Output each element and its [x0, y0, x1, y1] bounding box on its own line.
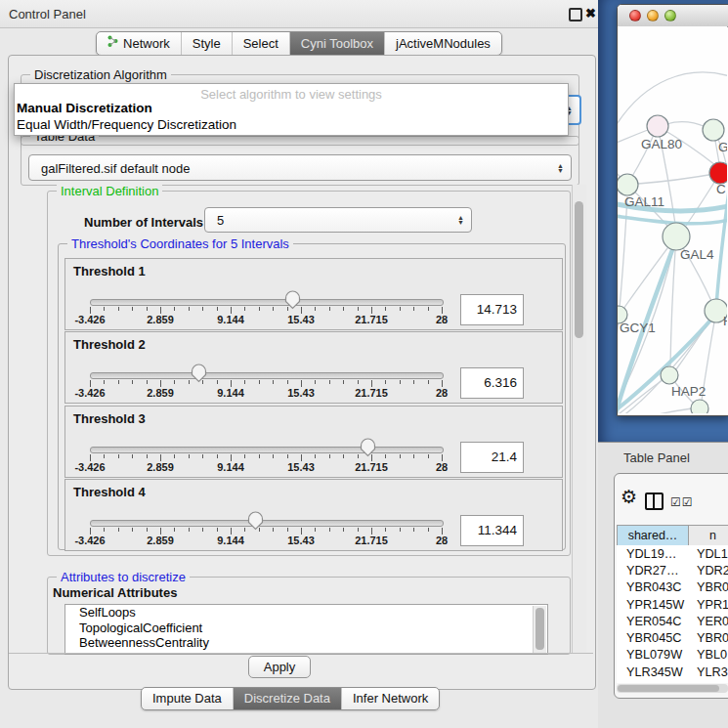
- scrollbar-thumb[interactable]: [575, 201, 583, 338]
- slider-track[interactable]: [90, 372, 444, 379]
- tab-infer-network[interactable]: Infer Network: [342, 688, 439, 709]
- tab-cyni-toolbox[interactable]: Cyni Toolbox: [290, 32, 385, 55]
- slider-track[interactable]: [90, 447, 444, 453]
- table-row[interactable]: YPR145WYPR1: [617, 596, 728, 613]
- column-header-name[interactable]: n: [689, 526, 728, 545]
- float-window-icon[interactable]: [569, 8, 582, 21]
- attribute-item-selfloops[interactable]: SelfLoops: [65, 605, 547, 621]
- slider-tick: [160, 380, 161, 387]
- slider-tick-label: 21.715: [355, 461, 388, 473]
- attribute-item-topologicalcoefficient[interactable]: TopologicalCoefficient: [65, 621, 547, 636]
- network-node-ga[interactable]: [703, 119, 724, 141]
- panel-title: Control Panel: [9, 7, 86, 21]
- network-node-gal11[interactable]: [618, 174, 638, 195]
- table-horizontal-scrollbar[interactable]: [617, 684, 728, 693]
- slider-tick: [90, 307, 91, 314]
- scrollbar-thumb[interactable]: [618, 685, 719, 692]
- tab-network[interactable]: Network: [97, 32, 182, 55]
- threshold-value-field[interactable]: 11.344: [460, 515, 524, 546]
- algorithm-option-manual-discretization[interactable]: Manual Discretization: [17, 101, 152, 115]
- slider-tick-label: 21.715: [355, 387, 388, 399]
- algorithm-option-equal-width-frequency-discretization[interactable]: Equal Width/Frequency Discretization: [17, 117, 236, 132]
- apply-button[interactable]: Apply: [248, 656, 311, 678]
- table-row[interactable]: YIL052CYIL0: [617, 680, 728, 683]
- threshold-value-field[interactable]: 6.316: [460, 367, 524, 399]
- column-header-shared-name[interactable]: shared…: [617, 526, 689, 545]
- cell-name: YER0: [689, 615, 728, 628]
- cell-shared-name: YBL079W: [617, 648, 689, 662]
- slider-tick: [259, 307, 260, 311]
- cell-name: YDL1: [689, 547, 728, 561]
- slider-track[interactable]: [90, 299, 444, 306]
- num-intervals-combobox[interactable]: 5 ▲▼: [204, 207, 472, 233]
- slider-tick: [273, 528, 274, 532]
- network-node-gal80[interactable]: [647, 115, 668, 137]
- table-row[interactable]: YBR043CYBR0: [617, 579, 728, 596]
- network-node[interactable]: [691, 400, 708, 413]
- slider-thumb[interactable]: [191, 364, 207, 383]
- network-node-gal4[interactable]: [663, 223, 690, 250]
- threshold-value-field[interactable]: 21.4: [460, 442, 524, 473]
- table-row[interactable]: YBR045CYBR0: [617, 629, 728, 646]
- slider-tick: [189, 528, 190, 532]
- slider-tick: [231, 380, 232, 387]
- content-vertical-scrollbar[interactable]: [572, 185, 586, 653]
- slider-tick: [315, 528, 316, 532]
- threshold-label: Threshold 2: [73, 337, 146, 352]
- table-row[interactable]: YDL19…YDL1: [617, 545, 728, 562]
- network-node-c[interactable]: [709, 162, 727, 184]
- table-header: shared… n: [617, 525, 728, 546]
- network-view-window: GAL80GACGAL11GAL4GCY1HHAP2: [617, 4, 728, 416]
- table-panel: ⚙ ☑☑ shared… n YDL19…YDL1YDR27…YDR2YBR04…: [614, 473, 728, 699]
- slider-track[interactable]: [90, 520, 444, 527]
- network-node-hap2[interactable]: [661, 366, 678, 384]
- slider-tick-label: 28: [436, 535, 448, 546]
- slider-thumb[interactable]: [247, 511, 264, 531]
- tab-discretize-data[interactable]: Discretize Data: [234, 688, 342, 709]
- table-row[interactable]: YBL079WYBL0: [617, 647, 728, 664]
- network-window-titlebar[interactable]: [618, 5, 728, 27]
- num-intervals-value: 5: [217, 213, 224, 228]
- table-data-value: galFiltered.sif default node: [41, 160, 190, 175]
- attribute-item-betweennesscentrality[interactable]: BetweennessCentrality: [65, 635, 547, 651]
- slider-tick-label: 15.43: [287, 535, 315, 546]
- cell-name: YBR0: [689, 631, 728, 645]
- cell-shared-name: YLR345W: [617, 665, 689, 679]
- network-node-label: GAL4: [680, 247, 714, 262]
- cell-name: YIL0: [689, 682, 722, 683]
- close-traffic-light[interactable]: [629, 10, 641, 21]
- network-canvas[interactable]: GAL80GACGAL11GAL4GCY1HHAP2: [618, 26, 727, 413]
- close-icon[interactable]: ✖: [585, 6, 596, 21]
- network-node-label: H: [723, 314, 727, 328]
- slider-thumb[interactable]: [360, 438, 376, 457]
- tab-impute-data[interactable]: Impute Data: [142, 688, 234, 709]
- slider-tick: [231, 454, 232, 461]
- slider-tick: [400, 307, 401, 311]
- zoom-traffic-light[interactable]: [664, 10, 676, 21]
- app-root: Control Panel ✖ NetworkStyleSelectCyni T…: [0, 0, 728, 728]
- table-row[interactable]: YDR27…YDR2: [617, 562, 728, 578]
- slider-tick: [413, 307, 414, 311]
- slider-tick-label: 15.43: [287, 461, 315, 473]
- scrollbar-thumb[interactable]: [535, 608, 544, 650]
- numerical-attributes-list[interactable]: SelfLoopsTopologicalCoefficientBetweenne…: [64, 604, 548, 655]
- table-row[interactable]: YLR345WYLR3: [617, 664, 728, 680]
- table-data-combobox[interactable]: galFiltered.sif default node ▲▼: [28, 154, 572, 181]
- minimize-traffic-light[interactable]: [647, 10, 659, 21]
- combo-spinner-icon: ▲▼: [457, 215, 464, 225]
- slider-tick: [315, 380, 316, 384]
- gear-icon[interactable]: ⚙: [621, 486, 637, 508]
- slider-tick-label: 9.144: [217, 461, 244, 473]
- attributes-list-scrollbar[interactable]: [533, 606, 546, 653]
- tab-select[interactable]: Select: [233, 32, 290, 55]
- cell-shared-name: YPR145W: [617, 598, 689, 612]
- tab-jactivemnodules[interactable]: jActiveMNodules: [385, 32, 501, 55]
- tab-style[interactable]: Style: [182, 32, 233, 55]
- checkbox-icons[interactable]: ☑☑: [670, 495, 694, 509]
- split-columns-icon[interactable]: [645, 492, 664, 510]
- slider-tick-label: 15.43: [287, 314, 315, 325]
- table-row[interactable]: YER054CYER0: [617, 613, 728, 629]
- slider-thumb[interactable]: [284, 290, 301, 310]
- threshold-value-field[interactable]: 14.713: [460, 294, 524, 325]
- slider-tick: [343, 454, 344, 458]
